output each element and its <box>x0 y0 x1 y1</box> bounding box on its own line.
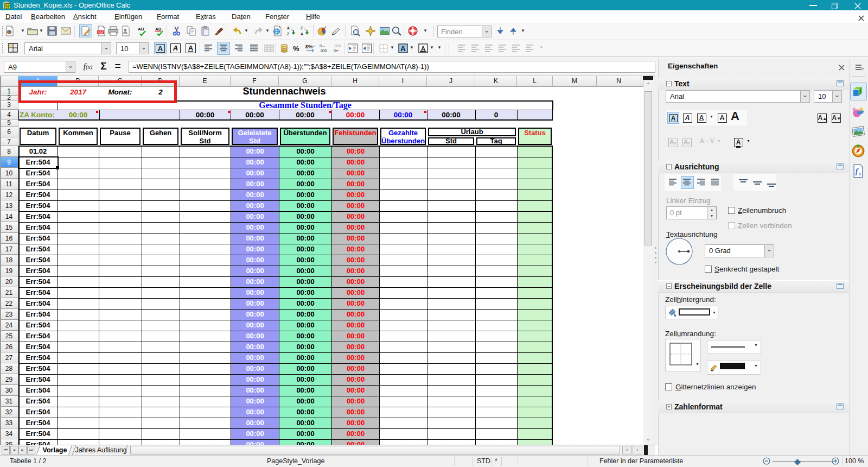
svg-text:PDF: PDF <box>98 31 104 34</box>
svg-text:A: A <box>301 32 303 36</box>
svg-text:.000: .000 <box>334 44 341 48</box>
svg-text:0↵: 0↵ <box>334 49 339 53</box>
svg-text:A: A <box>421 45 425 52</box>
svg-text:Z: Z <box>287 32 289 36</box>
svg-text:%: % <box>293 45 299 53</box>
svg-text:AB: AB <box>138 27 144 31</box>
svg-text:.000: .000 <box>320 49 327 53</box>
svg-text:A: A <box>400 45 406 53</box>
svg-text:0→: 0→ <box>320 44 326 48</box>
svg-text:AB: AB <box>155 27 162 31</box>
svg-text:x: x <box>858 171 861 176</box>
svg-text:$%: $% <box>305 44 312 49</box>
svg-text:A: A <box>287 26 290 30</box>
svg-text:Z: Z <box>301 26 303 30</box>
